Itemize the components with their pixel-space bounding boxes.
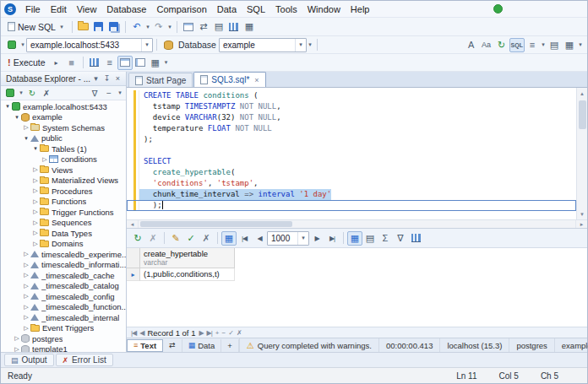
tab-start-page[interactable]: Start Page xyxy=(128,73,193,87)
collapse-arrow-icon[interactable]: ▾ xyxy=(22,135,30,142)
tab-text-view[interactable]: ≡ Text xyxy=(127,339,163,352)
grid-cell[interactable]: (1,public,conditions,t) xyxy=(140,268,235,281)
scrollbar-thumb[interactable] xyxy=(140,221,292,227)
editor-line[interactable]: CREATE TABLE conditions ( xyxy=(127,90,576,101)
outline-button[interactable]: ≡ xyxy=(525,38,540,52)
card-view-button[interactable]: ▤ xyxy=(362,231,378,246)
tree-item[interactable]: ▷template1 xyxy=(1,344,126,353)
tree-item[interactable]: ▷_timescaledb_catalog xyxy=(1,281,126,292)
tree-item[interactable]: ▷Views xyxy=(1,165,126,176)
execute-button[interactable]: ! Execute xyxy=(4,55,49,70)
filter-results-button[interactable]: ∇ xyxy=(393,231,408,246)
prev-record-icon[interactable]: ◀ xyxy=(139,329,144,337)
connect-button[interactable] xyxy=(3,87,17,100)
editor-line[interactable]: ); xyxy=(127,134,576,145)
add-record-icon[interactable]: + xyxy=(215,329,219,337)
tab-data-view[interactable]: ▦ Data xyxy=(182,339,222,352)
save-button[interactable] xyxy=(91,19,106,34)
query-profiler-button[interactable] xyxy=(87,56,102,70)
expand-arrow-icon[interactable]: ▷ xyxy=(31,219,40,226)
execute-settings-button[interactable]: ▸ xyxy=(49,56,64,70)
first-record-icon[interactable]: |◀ xyxy=(131,329,136,337)
connect-dropdown-icon[interactable]: ▾ xyxy=(18,89,24,96)
chevron-down-icon[interactable]: ▾ xyxy=(141,39,152,51)
first-page-button[interactable]: |◀ xyxy=(237,231,252,246)
layout-dropdown-icon[interactable]: ▾ xyxy=(163,59,170,66)
expand-arrow-icon[interactable]: ▷ xyxy=(13,335,21,342)
delete-record-icon[interactable]: − xyxy=(222,329,226,337)
expand-arrow-icon[interactable]: ▷ xyxy=(31,241,40,247)
menu-item-file[interactable]: File xyxy=(20,3,46,16)
menu-item-sql[interactable]: SQL xyxy=(242,3,270,16)
grid-view-button[interactable]: ▦ xyxy=(347,231,362,246)
tree-item[interactable]: ▷Sequences xyxy=(1,218,126,229)
close-icon[interactable]: × xyxy=(112,74,123,83)
data-editor-button[interactable]: ▦ xyxy=(242,19,257,34)
editor-line[interactable]: chunk_time_interval => interval '1 day' xyxy=(127,189,576,200)
tree-item[interactable]: ▷timescaledb_informati... xyxy=(1,260,126,271)
expand-arrow-icon[interactable]: ▷ xyxy=(31,198,40,205)
new-sql-button[interactable]: New SQL ▾ xyxy=(4,19,68,35)
filter-tree-button[interactable]: ∇ xyxy=(88,87,101,100)
undo-button[interactable]: ↶ xyxy=(129,19,144,34)
editor-line[interactable]: create_hypertable( xyxy=(127,167,576,178)
expand-arrow-icon[interactable]: ▷ xyxy=(22,325,30,332)
expand-arrow-icon[interactable]: ▷ xyxy=(31,187,40,194)
editor-line[interactable]: device VARCHAR(32) NOT NULL, xyxy=(127,112,576,123)
editor-line[interactable]: 'conditions', 'tstamp', xyxy=(127,178,576,189)
cancel-changes-button[interactable]: ✗ xyxy=(199,231,214,246)
close-tab-icon[interactable]: × xyxy=(254,76,259,84)
data-report-button[interactable] xyxy=(226,19,242,34)
new-connection-button[interactable] xyxy=(4,38,19,52)
data-compare-button[interactable]: ⇄ xyxy=(196,19,211,34)
menu-item-help[interactable]: Help xyxy=(346,3,375,16)
menu-item-tools[interactable]: Tools xyxy=(270,3,302,16)
tree-item[interactable]: ▷Event Triggers xyxy=(1,323,126,334)
scroll-left-icon[interactable]: ◂ xyxy=(127,220,139,228)
chevron-down-icon[interactable]: ▾ xyxy=(295,39,306,51)
expand-arrow-icon[interactable]: ▷ xyxy=(13,346,21,352)
tree-item[interactable]: ▷_timescaledb_config xyxy=(1,291,126,302)
editor-vertical-scrollbar[interactable]: ▲ ▼ xyxy=(576,88,587,219)
page-size-combo[interactable]: 1000 ▾ xyxy=(267,231,309,246)
editor-line[interactable] xyxy=(127,145,576,156)
next-record-icon[interactable]: ▶ xyxy=(199,329,203,337)
column-header-create-hypertable[interactable]: create_hypertable varchar xyxy=(140,248,235,268)
scroll-right-icon[interactable]: ▸ xyxy=(575,220,587,228)
expand-arrow-icon[interactable]: ▷ xyxy=(22,124,30,131)
collapse-all-button[interactable]: − xyxy=(102,87,116,100)
redo-button[interactable]: ↷ xyxy=(151,19,166,34)
tree-item[interactable]: ▷Domains xyxy=(1,239,126,250)
undo-dropdown-icon[interactable]: ▾ xyxy=(144,24,151,30)
editor-line[interactable]: temperature FLOAT NOT NULL xyxy=(127,123,576,134)
tree-item[interactable]: ▷_timescaledb_internal xyxy=(1,312,126,323)
format-sql-button[interactable]: A xyxy=(464,38,479,52)
commit-record-icon[interactable]: ✓ xyxy=(228,329,233,337)
tree-item[interactable]: ▷_timescaledb_cache xyxy=(1,270,126,281)
grid-corner[interactable] xyxy=(127,248,140,268)
editor-current-line[interactable]: ); xyxy=(127,200,576,211)
last-record-icon[interactable]: ▶| xyxy=(207,329,212,337)
editor-horizontal-scrollbar[interactable]: ◂ ▸ xyxy=(127,219,587,229)
scrollbar-thumb[interactable] xyxy=(579,100,586,129)
expand-arrow-icon[interactable]: ▷ xyxy=(22,293,30,300)
toolbar-overflow-icon[interactable]: ▾ xyxy=(577,41,584,48)
outline-dropdown-icon[interactable]: ▾ xyxy=(540,41,547,48)
chevron-down-icon[interactable]: ▾ xyxy=(297,232,308,245)
aggregates-button[interactable]: Σ xyxy=(378,231,393,246)
expand-arrow-icon[interactable]: ▷ xyxy=(22,283,30,289)
tree-item[interactable]: ▷Trigger Functions xyxy=(1,207,126,218)
pagination-toggle-button[interactable]: ▦ xyxy=(221,231,237,246)
expand-arrow-icon[interactable]: ▷ xyxy=(31,166,40,173)
panel-menu-icon[interactable]: ▾ xyxy=(90,74,101,83)
results-grid-button[interactable]: ▦ xyxy=(148,56,163,70)
expand-arrow-icon[interactable]: ▷ xyxy=(22,272,30,279)
tree-item[interactable]: ▷Procedures xyxy=(1,186,126,197)
edit-row-button[interactable]: ✎ xyxy=(168,231,183,246)
swap-views-button[interactable]: ⇄ xyxy=(163,339,182,352)
expand-arrow-icon[interactable]: ▷ xyxy=(22,304,30,311)
scroll-up-icon[interactable]: ▲ xyxy=(577,88,587,99)
collapse-arrow-icon[interactable]: ▾ xyxy=(31,145,40,152)
expand-arrow-icon[interactable]: ▷ xyxy=(31,230,40,236)
expand-arrow-icon[interactable]: ▷ xyxy=(22,262,30,268)
